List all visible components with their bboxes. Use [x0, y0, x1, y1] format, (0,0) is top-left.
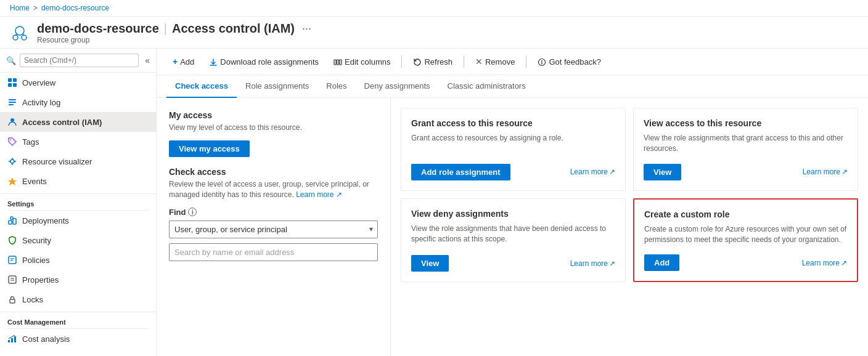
tabs: Check access Role assignments Roles Deny…	[157, 75, 868, 98]
svg-rect-7	[8, 83, 12, 87]
view-access-card: View access to this resource View the ro…	[633, 108, 858, 191]
search-icon: 🔍	[6, 56, 16, 65]
sidebar-item-access-control[interactable]: Access control (IAM)	[0, 112, 156, 132]
grant-access-footer: Add role assignment Learn more ↗	[411, 164, 615, 180]
name-search-input[interactable]	[169, 243, 378, 261]
settings-section-header: Settings	[0, 193, 156, 210]
learn-more-icon: ↗	[841, 259, 847, 267]
title-separator: |	[164, 22, 167, 36]
refresh-button[interactable]: Refresh	[407, 54, 459, 70]
create-custom-role-learn-more[interactable]: Learn more ↗	[802, 259, 847, 267]
grant-access-desc: Grant access to resources by assigning a…	[411, 133, 615, 154]
properties-icon	[7, 275, 17, 285]
sidebar-item-label: Policies	[22, 256, 50, 265]
sidebar-item-locks[interactable]: Locks	[0, 289, 156, 309]
my-access-desc: View my level of access to this resource…	[169, 123, 378, 133]
sidebar-item-security[interactable]: Security	[0, 230, 156, 250]
sidebar-item-label: Activity log	[22, 98, 60, 107]
edit-columns-button[interactable]: Edit columns	[327, 54, 396, 70]
tab-roles[interactable]: Roles	[317, 75, 355, 98]
view-access-learn-more[interactable]: Learn more ↗	[803, 168, 848, 176]
learn-more-link-check[interactable]: Learn more ↗	[296, 190, 342, 199]
sidebar-item-label: Access control (IAM)	[22, 118, 102, 127]
create-custom-role-title: Create a custom role	[644, 209, 847, 219]
svg-line-3	[15, 34, 17, 35]
security-icon	[7, 235, 17, 245]
tab-deny-assignments[interactable]: Deny assignments	[356, 75, 439, 98]
page-subtitle: Resource group	[37, 36, 311, 44]
view-access-desc: View the role assignments that grant acc…	[644, 133, 848, 154]
remove-label: Remove	[485, 57, 515, 67]
svg-rect-29	[10, 299, 15, 303]
grant-access-learn-more[interactable]: Learn more ↗	[570, 168, 615, 176]
grant-access-title: Grant access to this resource	[411, 118, 615, 128]
svg-point-2	[22, 35, 27, 40]
svg-rect-34	[334, 60, 336, 65]
toolbar: + Add Download role assignments Edit col…	[157, 49, 868, 75]
svg-rect-35	[337, 60, 339, 65]
view-deny-card: View deny assignments View the role assi…	[401, 198, 626, 283]
sidebar-item-label: Cost analysis	[22, 334, 70, 344]
sidebar-search-input[interactable]	[20, 54, 139, 67]
create-custom-role-button[interactable]: Add	[644, 254, 679, 271]
download-button[interactable]: Download role assignments	[203, 54, 325, 70]
sidebar-item-cost-analysis[interactable]: Cost analysis	[0, 329, 156, 349]
sidebar-collapse-button[interactable]: «	[145, 55, 150, 65]
view-deny-button[interactable]: View	[411, 255, 449, 272]
tab-classic-admins[interactable]: Classic administrators	[439, 75, 534, 98]
svg-rect-22	[10, 217, 13, 219]
activity-log-icon	[7, 97, 17, 107]
view-deny-desc: View the role assignments that have been…	[411, 224, 615, 246]
add-button[interactable]: + Add	[166, 54, 200, 70]
tab-role-assignments[interactable]: Role assignments	[237, 75, 317, 98]
sidebar-search-area: 🔍 «	[0, 49, 156, 73]
sidebar-item-deployments[interactable]: Deployments	[0, 211, 156, 230]
sidebar: 🔍 « Overview Activity log Access control…	[0, 49, 157, 356]
feedback-button[interactable]: Got feedback?	[531, 54, 607, 70]
breadcrumb-resource[interactable]: demo-docs-resource	[41, 4, 109, 12]
find-select[interactable]: User, group, or service principal Manage…	[169, 220, 378, 238]
resource-visualizer-icon	[7, 156, 17, 166]
create-custom-role-desc: Create a custom role for Azure resources…	[644, 224, 847, 245]
sidebar-item-properties[interactable]: Properties	[0, 270, 156, 289]
learn-more-icon: ↗	[841, 168, 848, 176]
view-access-footer: View Learn more ↗	[644, 164, 848, 180]
sidebar-item-overview[interactable]: Overview	[0, 73, 156, 92]
tab-check-access[interactable]: Check access	[166, 75, 237, 98]
content-area: + Add Download role assignments Edit col…	[157, 49, 868, 356]
sidebar-item-policies[interactable]: Policies	[0, 250, 156, 270]
view-access-button[interactable]: View	[644, 164, 681, 180]
edit-columns-label: Edit columns	[345, 57, 390, 67]
breadcrumb-home[interactable]: Home	[10, 4, 30, 12]
svg-rect-5	[8, 78, 12, 82]
sidebar-item-label: Properties	[22, 275, 59, 285]
grant-access-card: Grant access to this resource Grant acce…	[401, 108, 626, 191]
page-header: demo-docs-resource | Access control (IAM…	[0, 17, 868, 49]
page-iam-title: Access control (IAM)	[172, 22, 295, 36]
sidebar-item-resource-visualizer[interactable]: Resource visualizer	[0, 152, 156, 171]
svg-rect-10	[9, 102, 16, 103]
toolbar-divider-2	[464, 55, 464, 68]
svg-line-4	[22, 34, 24, 35]
feedback-label: Got feedback?	[549, 57, 601, 67]
toolbar-divider-3	[526, 55, 526, 68]
view-access-title: View access to this resource	[644, 118, 848, 128]
find-info-icon[interactable]: i	[188, 208, 197, 216]
remove-button[interactable]: ✕ Remove	[469, 54, 521, 70]
sidebar-item-tags[interactable]: Tags	[0, 132, 156, 152]
toolbar-divider-1	[401, 55, 402, 68]
sidebar-item-events[interactable]: Events	[0, 171, 156, 191]
view-deny-learn-more[interactable]: Learn more ↗	[570, 259, 615, 268]
cost-analysis-icon	[7, 334, 17, 344]
header-ellipsis[interactable]: ···	[302, 22, 311, 35]
add-icon: +	[173, 57, 178, 67]
add-label: Add	[180, 57, 194, 67]
sidebar-item-activity-log[interactable]: Activity log	[0, 92, 156, 112]
view-my-access-button[interactable]: View my access	[169, 140, 250, 157]
add-role-assignment-button[interactable]: Add role assignment	[411, 164, 510, 180]
learn-more-icon: ↗	[609, 168, 615, 176]
view-deny-title: View deny assignments	[411, 209, 615, 219]
tags-icon	[7, 137, 17, 147]
refresh-label: Refresh	[424, 57, 452, 67]
deployments-icon	[7, 216, 17, 225]
